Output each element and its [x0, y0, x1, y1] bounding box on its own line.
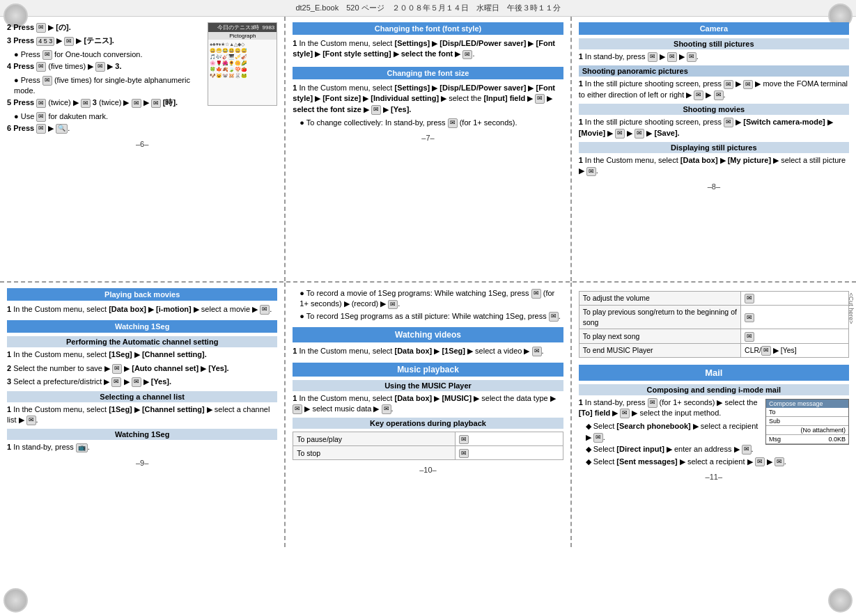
compose-sub-row: Sub: [766, 417, 848, 426]
page-header: dt25_E.book 520 ページ ２００８年５月１４日 水曜日 午後３時１…: [0, 0, 856, 17]
compose-title: Compose message: [766, 400, 848, 408]
table-row: To stop ✉: [293, 446, 563, 460]
key-volume: ✉: [741, 292, 849, 306]
ops-table: To adjust the volume ✉ To play previous …: [579, 291, 849, 358]
camera-header: Camera: [579, 22, 849, 35]
table-row: To pause/play ✉: [293, 432, 563, 446]
shooting-movies-header: Shooting movies: [579, 104, 849, 115]
compose-msg-row: Msg 0.0KB: [766, 435, 848, 444]
table-row: To end MUSIC Player CLR/✉ ▶ [Yes]: [579, 343, 848, 357]
table-row: To adjust the volume ✉: [579, 292, 848, 306]
font-style-step-1: 1 In the Custom menu, select [Settings] …: [293, 38, 563, 60]
watching-1seg2-step-1: 1 In stand-by, press 📺.: [7, 442, 277, 452]
key-prev-song: ✉: [741, 306, 849, 329]
thumb-content: ♠♣♥♦★☆▲△◆◇ 😀😁😂😃😄😅 🎵🎶🎸🎹🎺🎻 🌸🌹🌺🌻🌼🌽 🍀🍁🍂🍃🍄🍅 🐶…: [208, 40, 277, 81]
using-music-step-1: 1 In the Custom menu, select [Data box] …: [293, 393, 563, 415]
table-row: To play next song ✉: [579, 329, 848, 343]
key-ops-header: Key operations during playback: [293, 418, 563, 429]
action-prev-song: To play previous song/return to the begi…: [579, 306, 740, 329]
watching-videos-header: Watching videos: [293, 327, 563, 342]
font-size-header: Changing the font size: [293, 67, 563, 79]
page-num-9: –9–: [7, 459, 277, 467]
shooting-still-header: Shooting still pictures: [579, 38, 849, 49]
selecting-channel-header: Selecting a channel list: [7, 391, 277, 402]
col2-bottom: To record a movie of 1Seg programs: Whil…: [286, 283, 571, 547]
shooting-panoramic-header: Shooting panoramic pictures: [579, 65, 849, 77]
page-num-10: –10–: [293, 466, 563, 474]
action-next-song: To play next song: [579, 329, 740, 343]
corner-deco-br: [828, 588, 853, 613]
header-text: dt25_E.book 520 ページ ２００８年５月１４日 水曜日 午後３時１…: [295, 3, 560, 12]
page-num-7: –7–: [293, 134, 563, 142]
col1-bottom: Playing back movies 1 In the Custom menu…: [0, 283, 286, 547]
pictograph-thumbnail: 今日のテニス3時 9983 Pictograph ♠♣♥♦★☆▲△◆◇ 😀😁😂😃…: [208, 22, 277, 106]
using-music-header: Using the MUSIC Player: [293, 380, 563, 391]
corner-deco-bl: [3, 588, 28, 613]
auto-channel-step-1: 1 In the Custom menu, select [1Seg] ▶ [C…: [7, 349, 277, 360]
compose-to-row: To: [766, 408, 848, 417]
auto-channel-step-2: 2 Select the number to save ▶ ✉ ▶ [Auto …: [7, 363, 277, 374]
shooting-panoramic-step-1: 1 In the still picture shooting screen, …: [579, 79, 849, 100]
watching-1seg-header: Watching 1Seg: [7, 320, 277, 333]
font-size-bullet: To change collectively: In stand-by, pre…: [299, 118, 563, 128]
thumb-subtitle: Pictograph: [208, 32, 277, 40]
compose-attachment-row: (No attachment): [766, 426, 848, 435]
auto-channel-header: Performing the Automatic channel setting: [7, 336, 277, 347]
selecting-channel-step-1: 1 In the Custom menu, select [1Seg] ▶ [C…: [7, 404, 277, 426]
key-ops-table: To pause/play ✉ To stop ✉: [293, 432, 563, 460]
mail-header: Mail: [579, 365, 849, 381]
compose-message-box: Compose message To Sub (No attachment): [765, 399, 849, 445]
step-6: 6 Press ✉ ▶ 🔍.: [7, 123, 277, 134]
key-pause: ✉: [455, 432, 563, 446]
page-num-6: –6–: [7, 140, 277, 148]
auto-channel-step-3: 3 Select a prefecture/district ▶ ✉ ▶ ✉ ▶…: [7, 377, 277, 387]
watching-1seg2-header: Watching 1Seg: [7, 429, 277, 440]
action-volume: To adjust the volume: [579, 292, 740, 306]
action-stop: To stop: [293, 446, 455, 460]
key-end-music: CLR/✉ ▶ [Yes]: [741, 343, 849, 357]
table-row: To play previous song/return to the begi…: [579, 306, 848, 329]
compose-bullet-3: Select [Sent messages] ▶ select a recipi…: [586, 457, 849, 467]
page-num-11: –11–: [579, 473, 849, 481]
action-pause: To pause/play: [293, 432, 455, 446]
bullet-3: Use ✉ for dakuten mark.: [14, 111, 277, 122]
key-stop: ✉: [455, 446, 563, 460]
font-size-step-1: 1 In the Custom menu, select [Settings] …: [293, 83, 563, 115]
watching-videos-step-1: 1 In the Custom menu, select [Data box] …: [293, 346, 563, 356]
record-movie-bullet: To record a movie of 1Seg programs: Whil…: [299, 288, 563, 310]
playing-back-header: Playing back movies: [7, 288, 277, 301]
record-still-bullet: To record 1Seg programs as a still pictu…: [299, 311, 563, 322]
action-end-music: To end MUSIC Player: [579, 343, 740, 357]
col3-top: Camera Shooting still pictures 1 In stan…: [572, 17, 856, 281]
col1-top: 今日のテニス3時 9983 Pictograph ♠♣♥♦★☆▲△◆◇ 😀😁😂😃…: [0, 17, 286, 281]
col2-top: Changing the font (font style) 1 In the …: [286, 17, 571, 281]
music-playback-header: Music playback: [293, 363, 563, 377]
col3-bottom: To adjust the volume ✉ To play previous …: [572, 283, 856, 547]
displaying-still-header: Displaying still pictures: [579, 142, 849, 153]
composing-header: Composing and sending i-mode mail: [579, 384, 849, 395]
font-style-header: Changing the font (font style): [293, 22, 563, 35]
compose-bullet-2: Select [Direct input] ▶ enter an address…: [586, 444, 849, 455]
shooting-still-step-1: 1 In stand-by, press ✉ ▶ ✉ ▶ ✉.: [579, 52, 849, 62]
thumb-title: 今日のテニス3時 9983: [208, 23, 277, 32]
playing-back-step-1: 1 In the Custom menu, select [Data box] …: [7, 304, 277, 315]
displaying-still-step-1: 1 In the Custom menu, select [Data box] …: [579, 155, 849, 177]
key-next-song: ✉: [741, 329, 849, 343]
page-num-8: –8–: [579, 182, 849, 191]
shooting-movies-step-1: 1 In the still picture shooting screen, …: [579, 117, 849, 139]
